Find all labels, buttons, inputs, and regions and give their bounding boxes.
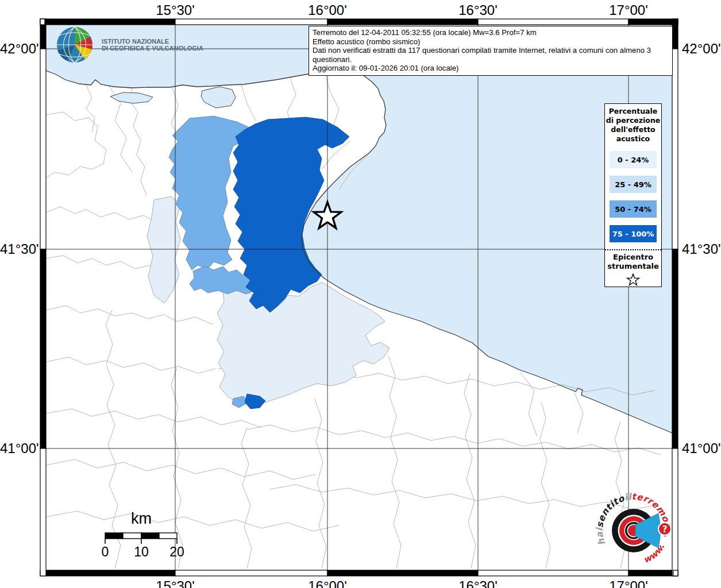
info-line-updated: Aggiornato il: 09-01-2026 20:01 (ora loc… [313,64,669,73]
legend-class-50-74: 50 - 74% [610,200,657,218]
legend-title-line4: acustico [605,134,661,144]
legend: Percentuale di percezione dell'effetto a… [604,103,662,287]
info-line-data: Dati non verificati estratti da 117 ques… [313,46,669,64]
legend-divider [605,249,661,250]
axis-right-42-00: 42°00' [682,41,721,57]
axis-right-41-00: 41°00' [682,440,721,457]
ingv-logo: ISTITUTO NAZIONALE DI GEOFISICA E VULCAN… [56,26,203,63]
scale-tick-10: 10 [134,544,149,560]
legend-title-line2: di percezione [605,116,661,125]
scale-tick-20: 20 [169,544,184,560]
axis-left-41-30: 41°30' [0,241,36,257]
ingv-name-line2: DI GEOFISICA E VULCANOLOGIA [102,45,203,52]
legend-class-75-100: 75 - 100% [610,225,657,242]
axis-bottom-16-30: 16°30' [458,578,498,588]
legend-epicenter-line2: strumentale [605,262,661,271]
legend-epicenter-label: Epicentro strumentale [605,253,661,271]
axis-left-41-00: 41°00' [0,440,36,457]
hsit-question-mark: ? [662,524,668,535]
scale-tick-0: 0 [102,544,109,560]
legend-epicenter-line1: Epicentro [605,253,661,262]
axis-bottom-16-00: 16°00' [308,578,347,588]
axis-top-16-00: 16°00' [308,2,347,18]
ingv-name-line1: ISTITUTO NAZIONALE [102,38,203,45]
legend-star-icon [605,273,661,288]
axis-top-16-30: 16°30' [458,2,498,18]
ingv-globe-spacer [56,26,96,63]
axis-bottom-15-30: 15°30' [156,578,195,588]
scale-unit-label: km [107,510,176,528]
axis-bottom-17-00: 17°00' [609,578,648,588]
earthquake-info-box: Terremoto del 12-04-2011 05:32:55 (ora l… [309,26,673,76]
axis-left-42-00: 42°00' [0,41,36,57]
legend-class-25-49: 25 - 49% [610,176,657,193]
ingv-earthquake-perception-map: { "info_box": { "line1": "Terremoto del … [0,0,721,588]
axis-top-17-00: 17°00' [609,2,648,18]
info-line-event: Terremoto del 12-04-2011 05:32:55 (ora l… [313,28,669,37]
map-canvas: haisentitoilterremoto.it www. ? [0,0,721,588]
legend-title-line3: dell'effetto [605,125,661,134]
legend-title-line1: Percentuale [605,107,661,116]
axis-top-15-30: 15°30' [156,2,195,18]
axis-right-41-30: 41°30' [682,241,721,257]
legend-class-0-24: 0 - 24% [610,151,657,168]
info-line-effect: Effetto acustico (rombo sismico) [313,37,669,47]
legend-title: Percentuale di percezione dell'effetto a… [605,107,661,144]
